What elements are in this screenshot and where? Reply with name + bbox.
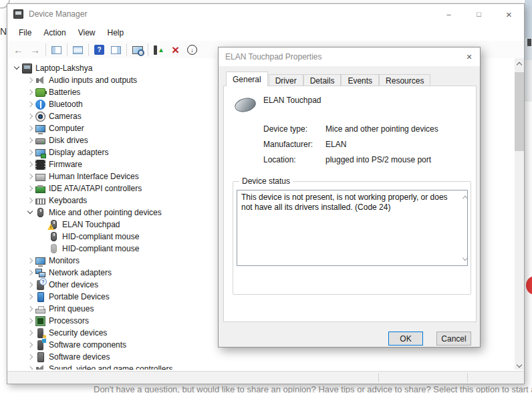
status-scroll-up-icon[interactable]: [462, 194, 469, 201]
chevron-collapsed-icon[interactable]: [25, 315, 35, 326]
software-device-icon: [37, 352, 44, 362]
status-bar: [7, 371, 524, 384]
cancel-button[interactable]: Cancel: [436, 332, 471, 346]
back-button[interactable]: ←: [10, 42, 27, 58]
scan-hardware-changes-button[interactable]: [129, 42, 146, 58]
dialog-title-bar[interactable]: ELAN Touchpad Properties ×: [219, 47, 480, 66]
forward-button[interactable]: →: [27, 42, 43, 58]
tree-item-label: Disk drives: [49, 136, 88, 145]
help-icon: ?: [94, 45, 104, 55]
properties-button[interactable]: [70, 42, 86, 58]
chevron-collapsed-icon[interactable]: [25, 123, 35, 134]
show-action-pane-button[interactable]: [108, 42, 124, 58]
toolbar-separator: [45, 43, 46, 56]
chevron-expanded-icon[interactable]: [25, 207, 35, 218]
bluetooth-icon: [35, 100, 45, 110]
status-scroll-down-icon[interactable]: [462, 255, 469, 262]
properties-icon: [73, 46, 83, 54]
tree-item-label: Mice and other pointing devices: [49, 208, 162, 217]
chevron-collapsed-icon[interactable]: [25, 159, 35, 170]
help-button[interactable]: ?: [91, 42, 108, 58]
chevron-collapsed-icon[interactable]: [25, 171, 35, 182]
chevron-collapsed-icon[interactable]: [25, 291, 35, 302]
chevron-collapsed-icon[interactable]: [25, 87, 35, 98]
tree-item-label: HID-compliant mouse: [62, 232, 139, 241]
ok-button[interactable]: OK: [388, 332, 423, 346]
window-controls: – □ ×: [434, 4, 524, 24]
touchpad-device-image: [233, 96, 257, 114]
chevron-collapsed-icon[interactable]: [25, 352, 35, 362]
chevron-expanded-icon[interactable]: [11, 63, 22, 74]
chevron-collapsed-icon[interactable]: [25, 147, 35, 158]
general-tab-page: ELAN Touchpad Device type: Mice and othe…: [223, 86, 477, 322]
chevron-collapsed-icon[interactable]: [25, 135, 35, 146]
disable-device-button[interactable]: ↓: [184, 42, 201, 58]
minimize-button[interactable]: –: [434, 4, 464, 24]
monitor-icon: [35, 125, 45, 132]
chevron-collapsed-icon[interactable]: [25, 183, 35, 194]
tree-scrollbar[interactable]: [515, 58, 524, 372]
chevron-collapsed-icon[interactable]: [25, 279, 35, 290]
uninstall-device-icon: ×: [172, 43, 179, 56]
menu-view[interactable]: View: [72, 26, 102, 39]
chevron-collapsed-icon[interactable]: [25, 303, 35, 314]
device-name: ELAN Touchpad: [263, 96, 321, 105]
update-driver-button[interactable]: ▲: [150, 42, 167, 58]
mouse-light-icon: [51, 244, 57, 253]
chevron-collapsed-icon[interactable]: [25, 99, 35, 110]
computer-icon: [22, 63, 32, 74]
printer-icon: [35, 309, 45, 313]
tree-item-label: Keyboards: [49, 196, 87, 205]
manufacturer-label: Manufacturer:: [263, 140, 313, 149]
tree-item-label: Cameras: [49, 112, 82, 121]
tree-item-label: Audio inputs and outputs: [49, 76, 137, 85]
toolbar-separator: [126, 43, 127, 56]
tree-item[interactable]: Software devices: [7, 351, 524, 363]
monitor-icon: [35, 257, 45, 265]
mouse-icon: [51, 232, 57, 241]
menu-help[interactable]: Help: [102, 26, 130, 39]
background-red-badge: [526, 276, 532, 295]
chevron-collapsed-icon[interactable]: [25, 195, 35, 206]
uninstall-device-button[interactable]: ×: [167, 42, 184, 58]
tab-driver[interactable]: Driver: [269, 74, 303, 86]
device-status-group-label: Device status: [239, 176, 293, 186]
menu-file[interactable]: File: [13, 26, 37, 39]
chevron-collapsed-icon[interactable]: [25, 328, 35, 338]
chevron-collapsed-icon[interactable]: [25, 267, 35, 278]
chevron-collapsed-icon[interactable]: [25, 255, 35, 266]
tree-item-label: Bluetooth: [49, 100, 83, 109]
tab-general[interactable]: General: [226, 72, 268, 86]
device-status-text[interactable]: This device is not present, is not worki…: [237, 190, 468, 266]
tree-item-label: Firmware: [49, 160, 82, 169]
scrollbar-up-icon[interactable]: [515, 58, 524, 70]
tab-resources[interactable]: Resources: [379, 74, 430, 86]
tab-details[interactable]: Details: [303, 74, 342, 86]
scrollbar-down-icon[interactable]: [515, 360, 524, 372]
dialog-tab-strip: General Driver Details Events Resources: [223, 72, 475, 86]
show-console-tree-button[interactable]: [48, 42, 65, 58]
update-driver-icon: ▲: [158, 46, 164, 53]
background-edge-strip: [525, 0, 532, 38]
other-device-icon: [37, 280, 44, 290]
tree-item-label: Software devices: [49, 352, 110, 362]
location-label: Location:: [263, 155, 296, 164]
menu-action[interactable]: Action: [37, 26, 72, 39]
toolbar-separator: [148, 43, 148, 56]
chevron-collapsed-icon[interactable]: [25, 111, 35, 122]
dialog-close-button[interactable]: ×: [458, 47, 480, 66]
background-edge-strip: [525, 60, 532, 102]
camera-icon: [35, 112, 45, 122]
close-button[interactable]: ×: [494, 4, 524, 24]
title-bar[interactable]: Device Manager – □ ×: [7, 4, 524, 24]
toolbar-separator: [88, 43, 89, 56]
chevron-collapsed-icon[interactable]: [25, 340, 35, 350]
tree-item-label: Processors: [49, 316, 89, 325]
chevron-collapsed-icon[interactable]: [25, 75, 35, 86]
scrollbar-thumb[interactable]: [515, 72, 524, 151]
keyboard-icon: [35, 199, 45, 205]
tab-events[interactable]: Events: [341, 74, 379, 86]
device-status-group: Device status This device is not present…: [233, 181, 471, 295]
maximize-button[interactable]: □: [464, 4, 494, 24]
tree-item-label: Monitors: [49, 256, 80, 265]
